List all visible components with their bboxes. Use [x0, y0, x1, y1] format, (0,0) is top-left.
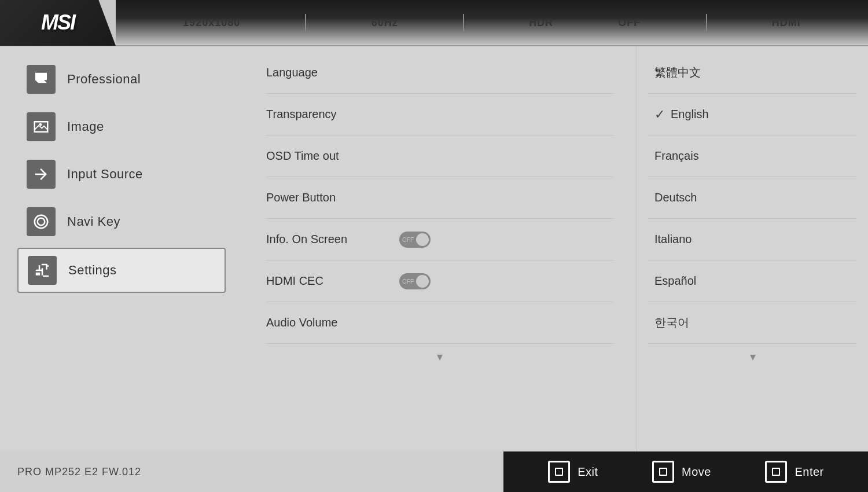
- sidebar-item-label-settings: Settings: [68, 263, 117, 278]
- sliders-icon: [28, 256, 57, 285]
- gamepad-icon: [27, 207, 56, 236]
- move-nav-icon: [652, 461, 674, 483]
- msi-logo: MSI: [41, 10, 75, 35]
- sidebar-item-settings[interactable]: Settings: [17, 248, 226, 293]
- sidebar-item-label-input-source: Input Source: [67, 167, 143, 182]
- sidebar-item-label-image: Image: [67, 119, 104, 134]
- sidebar-item-input-source[interactable]: Input Source: [17, 153, 226, 196]
- language-row-english[interactable]: ✓ English: [649, 94, 856, 135]
- exit-label: Exit: [578, 465, 598, 479]
- enter-label: Enter: [795, 465, 823, 479]
- bottom-bar-right: Exit Move Enter: [503, 451, 868, 492]
- hdr-value: OFF: [618, 17, 641, 29]
- language-row-korean[interactable]: 한국어: [649, 302, 856, 344]
- header-stats: 1920x1080 60Hz HDR OFF HDMI: [116, 14, 868, 31]
- settings-label-audio-volume: Audio Volume: [266, 316, 393, 329]
- image-icon: [27, 112, 56, 141]
- resolution-stat: 1920x1080: [183, 17, 240, 29]
- info-on-screen-toggle[interactable]: OFF: [399, 232, 431, 248]
- exit-action[interactable]: Exit: [547, 460, 598, 483]
- settings-row-language[interactable]: Language: [266, 52, 613, 94]
- enter-nav-icon-inner: [772, 468, 780, 476]
- settings-row-osd-timeout[interactable]: OSD Time out: [266, 135, 613, 177]
- exit-nav-icon-inner: [555, 468, 563, 476]
- enter-icon: [764, 460, 788, 483]
- divider-1: [305, 14, 306, 31]
- sidebar-item-navi-key[interactable]: Navi Key: [17, 200, 226, 243]
- exit-icon: [547, 460, 571, 483]
- language-label-english: English: [671, 108, 851, 121]
- language-row-spanish[interactable]: Español: [649, 260, 856, 302]
- input-stat: HDMI: [772, 17, 801, 29]
- settings-label-hdmi-cec: HDMI CEC: [266, 274, 393, 288]
- divider-3: [706, 14, 707, 31]
- move-action[interactable]: Move: [652, 460, 711, 483]
- enter-nav-icon: [765, 461, 787, 483]
- settings-row-audio-volume[interactable]: Audio Volume: [266, 302, 613, 344]
- language-label-german: Deutsch: [654, 191, 851, 204]
- arrow-right-icon: [27, 160, 56, 189]
- sidebar-item-label-navi-key: Navi Key: [67, 214, 120, 229]
- language-row-italian[interactable]: Italiano: [649, 219, 856, 260]
- language-label-italian: Italiano: [654, 233, 851, 246]
- flag-icon: [27, 65, 56, 94]
- hdr-label: HDR: [529, 17, 553, 29]
- settings-row-transparency[interactable]: Transparency: [266, 94, 613, 135]
- language-row-traditional-chinese[interactable]: 繁體中文: [649, 52, 856, 94]
- language-label-korean: 한국어: [654, 315, 851, 331]
- language-label-spanish: Español: [654, 274, 851, 288]
- refresh-rate-stat: 60Hz: [372, 17, 398, 29]
- move-nav-icon-inner: [659, 468, 667, 476]
- exit-nav-icon: [548, 461, 570, 483]
- sidebar-item-label-professional: Professional: [67, 72, 141, 87]
- settings-label-power-button: Power Button: [266, 191, 393, 204]
- settings-row-info-on-screen[interactable]: Info. On Screen OFF: [266, 219, 613, 260]
- device-info: PRO MP252 E2 FW.012: [17, 466, 141, 478]
- header: MSI 1920x1080 60Hz HDR OFF HDMI: [0, 0, 868, 46]
- language-panel: 繁體中文 ✓ English Français Deutsch Italiano…: [637, 46, 868, 451]
- settings-row-power-button[interactable]: Power Button: [266, 177, 613, 219]
- settings-row-hdmi-cec[interactable]: HDMI CEC OFF: [266, 260, 613, 302]
- checkmark-english: ✓: [654, 107, 665, 122]
- bottom-bar: PRO MP252 E2 FW.012 Exit Move: [0, 451, 868, 492]
- settings-label-language: Language: [266, 66, 393, 79]
- move-icon: [652, 460, 675, 483]
- divider-2: [463, 14, 464, 31]
- bottom-bar-left: PRO MP252 E2 FW.012: [0, 451, 503, 492]
- language-row-german[interactable]: Deutsch: [649, 177, 856, 219]
- language-label-french: Français: [654, 149, 851, 163]
- sidebar: Professional Image Input Source: [0, 46, 243, 451]
- move-label: Move: [682, 465, 711, 479]
- sidebar-item-image[interactable]: Image: [17, 105, 226, 148]
- sidebar-item-professional[interactable]: Professional: [17, 58, 226, 101]
- language-label-traditional-chinese: 繁體中文: [654, 65, 851, 80]
- settings-label-transparency: Transparency: [266, 108, 393, 121]
- main-content: Professional Image Input Source: [0, 46, 868, 451]
- language-scroll-down[interactable]: ▾: [649, 344, 856, 369]
- enter-action[interactable]: Enter: [764, 460, 823, 483]
- hdmi-cec-toggle[interactable]: OFF: [399, 273, 431, 289]
- language-row-french[interactable]: Français: [649, 135, 856, 177]
- settings-scroll-down[interactable]: ▾: [266, 344, 613, 369]
- logo-area: MSI: [0, 0, 116, 46]
- settings-label-osd-timeout: OSD Time out: [266, 149, 393, 163]
- settings-panel: Language Transparency OSD Time out Power…: [243, 46, 637, 451]
- settings-label-info-on-screen: Info. On Screen: [266, 233, 393, 246]
